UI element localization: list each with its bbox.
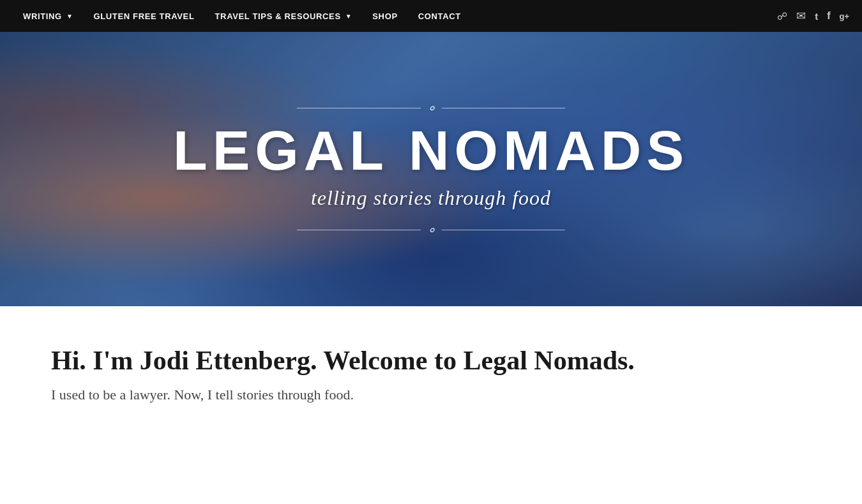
hero-line-right-bottom: [442, 230, 566, 230]
hero-content: ⚬ LEGAL NOMADS telling stories through f…: [0, 32, 862, 306]
hero-line-left-bottom: [297, 230, 421, 230]
nav-label-gluten-free: GLUTEN FREE TRAVEL: [93, 11, 194, 21]
rss-icon[interactable]: ☍: [777, 10, 787, 22]
hero-subtitle: telling stories through food: [311, 186, 551, 210]
nav-item-shop[interactable]: SHOP: [362, 0, 407, 32]
hero-loop-top: ⚬: [426, 101, 437, 116]
nav-item-writing[interactable]: WRITING ▼: [13, 0, 83, 32]
welcome-heading: Hi. I'm Jodi Ettenberg. Welcome to Legal…: [51, 345, 811, 376]
nav-dropdown-arrow-writing: ▼: [66, 13, 73, 20]
hero-line-left-top: [297, 108, 421, 108]
hero-banner: ⚬ LEGAL NOMADS telling stories through f…: [0, 32, 862, 306]
navigation: WRITING ▼ GLUTEN FREE TRAVEL TRAVEL TIPS…: [0, 0, 862, 32]
nav-label-travel-tips: TRAVEL TIPS & RESOURCES: [215, 11, 341, 21]
nav-right: ☍ ✉ t f g+: [777, 9, 849, 23]
main-content: Hi. I'm Jodi Ettenberg. Welcome to Legal…: [0, 306, 862, 429]
hero-decoration-bottom: ⚬: [297, 223, 565, 238]
googleplus-icon[interactable]: g+: [839, 11, 849, 21]
hero-line-right-top: [442, 108, 566, 108]
nav-label-writing: WRITING: [23, 11, 62, 21]
hero-decoration-top: ⚬: [297, 101, 565, 116]
twitter-icon[interactable]: t: [815, 11, 818, 22]
hero-title: LEGAL NOMADS: [173, 122, 689, 179]
nav-dropdown-arrow-travel-tips: ▼: [345, 13, 352, 20]
nav-label-contact: CONTACT: [418, 11, 461, 21]
nav-label-shop: SHOP: [372, 11, 397, 21]
nav-item-gluten-free[interactable]: GLUTEN FREE TRAVEL: [83, 0, 204, 32]
facebook-icon[interactable]: f: [827, 10, 830, 22]
nav-item-travel-tips[interactable]: TRAVEL TIPS & RESOURCES ▼: [205, 0, 363, 32]
nav-item-contact[interactable]: CONTACT: [408, 0, 471, 32]
nav-left: WRITING ▼ GLUTEN FREE TRAVEL TRAVEL TIPS…: [13, 0, 471, 32]
email-icon[interactable]: ✉: [796, 9, 806, 23]
welcome-subtext: I used to be a lawyer. Now, I tell stori…: [51, 387, 811, 403]
hero-loop-bottom: ⚬: [426, 223, 437, 238]
